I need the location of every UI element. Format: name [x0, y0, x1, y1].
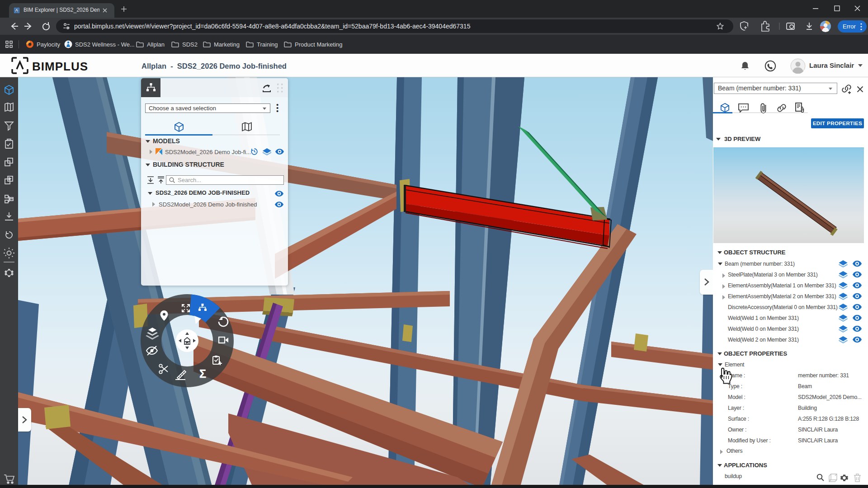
svg-text:Σ: Σ — [199, 367, 206, 380]
